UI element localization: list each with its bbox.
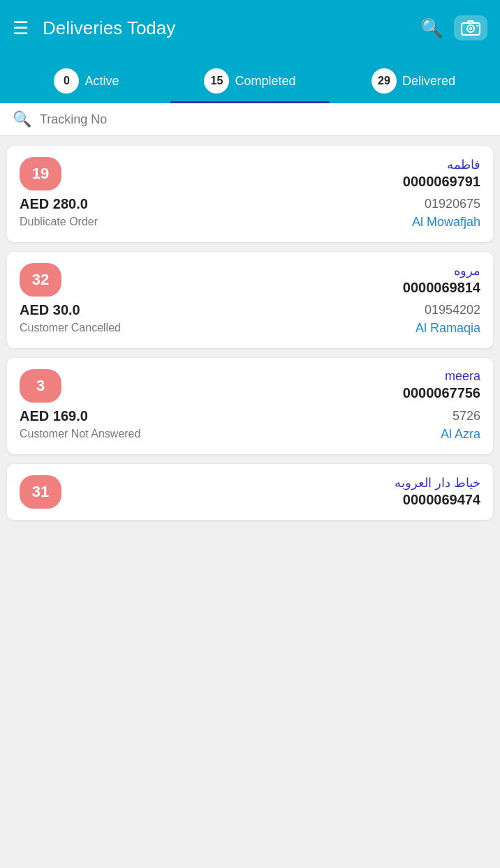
card-tracking-2: 0000067756 (403, 385, 480, 401)
card-right-2: meera 0000067756 (403, 369, 480, 401)
card-aed-2: AED 169.0 (20, 408, 88, 424)
tab-completed[interactable]: 15 Completed (170, 61, 330, 103)
card-area-1: Al Ramaqia (416, 321, 480, 336)
search-bar: 🔍 (0, 103, 500, 136)
tracking-search-input[interactable] (40, 112, 487, 127)
app-header: ☰ Deliveries Today 🔍 (0, 0, 500, 56)
header-title: Deliveries Today (43, 17, 175, 39)
card-bottom-1: Customer Cancelled Al Ramaqia (20, 321, 480, 336)
card-area-2: Al Azra (441, 427, 480, 442)
card-status-1: Customer Cancelled (20, 321, 121, 336)
tab-delivered-label: Delivered (402, 74, 455, 89)
tab-active-label: Active (84, 74, 119, 89)
tab-completed-badge: 15 (204, 68, 229, 93)
card-top-1: 32 مروه 0000069814 (20, 263, 480, 297)
card-number-0: 19 (20, 157, 61, 190)
svg-point-2 (469, 27, 472, 30)
delivery-card-1[interactable]: 32 مروه 0000069814 AED 30.0 01954202 Cus… (7, 252, 493, 348)
card-bottom-0: Dublicate Order Al Mowafjah (20, 215, 480, 230)
tab-delivered-badge: 29 (372, 68, 397, 93)
card-list: 19 فاطمه 0000069791 AED 280.0 01920675 D… (0, 136, 500, 530)
card-arabic-name-2: meera (403, 369, 480, 384)
card-order-id-1: 01954202 (425, 303, 480, 317)
camera-icon[interactable] (454, 15, 487, 40)
card-aed-0: AED 280.0 (20, 196, 88, 212)
card-order-id-0: 01920675 (425, 197, 480, 211)
search-icon[interactable]: 🔍 (420, 17, 443, 39)
card-number-3: 31 (20, 475, 61, 509)
card-tracking-1: 0000069814 (403, 280, 480, 296)
card-right-3: خياط دار العروبه 0000069474 (395, 475, 480, 508)
card-right-1: مروه 0000069814 (403, 263, 480, 296)
delivery-card-0[interactable]: 19 فاطمه 0000069791 AED 280.0 01920675 D… (7, 146, 493, 242)
card-right-0: فاطمه 0000069791 (403, 157, 480, 190)
card-order-id-2: 5726 (453, 409, 480, 424)
card-top-3: 31 خياط دار العروبه 0000069474 (20, 475, 480, 509)
tab-active-badge: 0 (54, 68, 79, 93)
hamburger-icon[interactable]: ☰ (13, 19, 29, 37)
card-top-0: 19 فاطمه 0000069791 (20, 157, 480, 190)
card-status-2: Customer Not Answered (20, 427, 140, 442)
tab-delivered[interactable]: 29 Delivered (334, 61, 493, 103)
card-arabic-name-1: مروه (403, 263, 480, 278)
tab-active[interactable]: 0 Active (7, 61, 166, 103)
card-mid-2: AED 169.0 5726 (20, 408, 480, 424)
card-status-0: Dublicate Order (20, 215, 98, 230)
card-aed-1: AED 30.0 (20, 302, 80, 318)
svg-rect-3 (476, 25, 478, 27)
card-mid-1: AED 30.0 01954202 (20, 302, 480, 318)
card-bottom-2: Customer Not Answered Al Azra (20, 427, 480, 442)
header-left: ☰ Deliveries Today (13, 17, 175, 39)
card-number-2: 3 (20, 369, 61, 403)
card-number-1: 32 (20, 263, 61, 297)
card-area-0: Al Mowafjah (412, 215, 480, 230)
card-tracking-0: 0000069791 (403, 174, 480, 190)
card-arabic-name-0: فاطمه (403, 157, 480, 172)
tabs-bar: 0 Active 15 Completed 29 Delivered (0, 56, 500, 103)
header-right: 🔍 (420, 15, 487, 40)
search-bar-icon: 🔍 (13, 110, 31, 128)
delivery-card-2[interactable]: 3 meera 0000067756 AED 169.0 5726 Custom… (7, 358, 493, 454)
card-arabic-name-3: خياط دار العروبه (395, 475, 480, 491)
tab-completed-label: Completed (235, 74, 295, 89)
card-top-2: 3 meera 0000067756 (20, 369, 480, 403)
card-tracking-3: 0000069474 (395, 492, 480, 508)
card-mid-0: AED 280.0 01920675 (20, 196, 480, 212)
delivery-card-3[interactable]: 31 خياط دار العروبه 0000069474 (7, 464, 493, 520)
